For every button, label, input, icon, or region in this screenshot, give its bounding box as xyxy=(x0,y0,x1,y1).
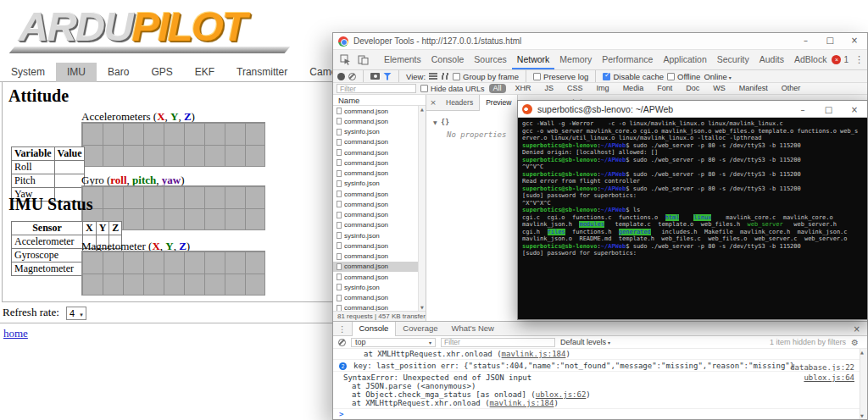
devtools-tab[interactable]: Elements xyxy=(379,50,426,69)
devtools-tab[interactable]: AdBlock xyxy=(789,50,832,69)
close-button[interactable]: × xyxy=(843,33,865,48)
preview-root-node[interactable]: ▼{} xyxy=(433,118,449,126)
network-request-row[interactable]: command.json xyxy=(333,240,418,251)
offline-option[interactable]: Offline xyxy=(667,72,700,81)
request-type-chip[interactable]: JS xyxy=(541,84,559,93)
source-link[interactable]: mavlink.js:184 xyxy=(502,350,566,358)
devtools-titlebar[interactable]: Developer Tools - http://127.0.0.1/statu… xyxy=(333,33,867,50)
devtools-tab[interactable]: Audits xyxy=(754,50,789,69)
error-badge-icon[interactable]: × xyxy=(832,55,841,64)
page-tab[interactable]: Transmitter xyxy=(225,63,298,82)
name-column-header[interactable]: Name xyxy=(333,95,426,106)
scroll-up-icon[interactable]: ▲ xyxy=(419,107,426,112)
preserve-log-option[interactable]: Preserve log xyxy=(533,72,588,81)
drawer-menu-icon[interactable]: ⋮ xyxy=(333,324,352,334)
network-request-row[interactable]: command.json xyxy=(333,169,418,179)
offline-checkbox[interactable] xyxy=(667,73,675,80)
page-tab[interactable]: GPS xyxy=(140,63,183,82)
network-request-row[interactable]: command.json xyxy=(333,199,418,209)
network-request-row[interactable]: command.json xyxy=(333,116,418,126)
console-context-select[interactable]: top▾ xyxy=(351,338,436,347)
source-link[interactable]: ublox.js:62 xyxy=(536,390,587,399)
record-network-log-icon[interactable] xyxy=(337,73,345,80)
page-tab[interactable]: EKF xyxy=(184,63,225,82)
drawer-tab[interactable]: Coverage xyxy=(396,322,444,336)
scroll-down-icon[interactable]: ▼ xyxy=(860,413,867,418)
close-drawer-icon[interactable]: × xyxy=(847,324,867,334)
detail-tab[interactable]: Headers xyxy=(440,95,479,111)
page-tab[interactable]: System xyxy=(0,63,56,82)
request-type-chip[interactable]: Media xyxy=(619,84,648,93)
terminal-titlebar[interactable]: superbotics@sb-lenovo: ~/APWeb – □ × xyxy=(518,101,867,118)
filter-icon[interactable] xyxy=(383,73,392,80)
network-request-row[interactable]: sysinfo.json xyxy=(333,230,418,240)
console-filter-input[interactable] xyxy=(441,338,555,347)
maximize-button[interactable]: □ xyxy=(818,102,840,118)
network-request-row[interactable]: command.json xyxy=(333,106,418,116)
show-overview-icon[interactable] xyxy=(441,73,449,80)
clear-network-log-icon[interactable] xyxy=(348,73,356,80)
network-request-row[interactable]: command.json xyxy=(333,303,418,311)
scroll-up-icon[interactable]: ▲ xyxy=(860,350,867,355)
source-link[interactable]: mavlink.js:184 xyxy=(490,399,554,407)
devtools-tab[interactable]: Application xyxy=(658,50,711,69)
maximize-button[interactable]: □ xyxy=(819,33,841,48)
devtools-tab[interactable]: Console xyxy=(426,50,470,69)
refresh-rate-select[interactable]: 4▾ xyxy=(66,307,86,320)
group-by-frame-option[interactable]: Group by frame xyxy=(453,72,519,81)
devtools-tab[interactable]: Sources xyxy=(469,50,512,69)
network-request-row[interactable]: sysinfo.json xyxy=(333,127,418,137)
page-tab[interactable]: IMU xyxy=(56,63,97,82)
request-type-chip[interactable]: Font xyxy=(653,84,676,93)
network-request-row[interactable]: command.json xyxy=(333,262,418,272)
network-request-row[interactable]: command.json xyxy=(333,158,418,168)
source-link[interactable]: ublox.js:64 xyxy=(804,373,854,382)
network-request-row[interactable]: command.json xyxy=(333,293,418,303)
device-toolbar-icon[interactable] xyxy=(358,54,369,65)
network-request-row[interactable]: sysinfo.json xyxy=(333,179,418,189)
inspect-element-icon[interactable] xyxy=(340,54,351,65)
disable-cache-option[interactable]: Disable cache xyxy=(603,72,664,81)
network-request-row[interactable]: command.json xyxy=(333,147,418,158)
devtools-tab[interactable]: Memory xyxy=(554,50,597,69)
network-request-row[interactable]: command.json xyxy=(333,220,418,230)
capture-screenshots-icon[interactable] xyxy=(370,73,380,80)
devtools-tab[interactable]: Security xyxy=(712,50,754,69)
network-request-row[interactable]: command.json xyxy=(333,189,418,199)
devtools-tab[interactable]: Network xyxy=(512,50,555,69)
drawer-tab[interactable]: Console xyxy=(352,322,397,336)
hide-data-urls-option[interactable]: Hide data URLs xyxy=(420,85,485,93)
network-request-row[interactable]: command.json xyxy=(333,137,418,147)
request-type-chip[interactable]: Img xyxy=(593,84,614,93)
request-list-scrollbar[interactable]: ▲ ▼ xyxy=(418,106,426,311)
network-request-row[interactable]: sysinfo.json xyxy=(333,282,418,292)
source-link[interactable]: database.js:22 xyxy=(790,362,854,372)
minimize-button[interactable]: – xyxy=(794,33,816,48)
request-type-chip[interactable]: XHR xyxy=(511,84,536,93)
close-button[interactable]: × xyxy=(843,102,865,118)
request-type-chip[interactable]: All xyxy=(489,84,506,93)
terminal-body[interactable]: gcc -Wall -g -Werror -c -o linux/mavlink… xyxy=(518,118,867,319)
request-type-chip[interactable]: Doc xyxy=(682,84,704,93)
network-request-row[interactable]: command.json xyxy=(333,210,418,220)
scroll-down-icon[interactable]: ▼ xyxy=(419,305,426,310)
preserve-log-checkbox[interactable] xyxy=(533,73,541,80)
detail-tab[interactable]: Preview xyxy=(479,95,518,111)
console-settings-gear-icon[interactable]: ⚙ xyxy=(851,338,862,347)
use-large-rows-icon[interactable] xyxy=(429,73,437,80)
network-request-row[interactable]: command.json xyxy=(333,251,418,262)
console-levels-select[interactable]: Default levels▾ xyxy=(560,338,610,346)
request-type-chip[interactable]: CSS xyxy=(563,84,587,93)
request-type-chip[interactable]: Other xyxy=(777,84,805,93)
minimize-button[interactable]: – xyxy=(792,102,814,118)
console-prompt[interactable]: > xyxy=(333,409,860,420)
request-type-chip[interactable]: Manifest xyxy=(735,84,772,93)
network-request-row[interactable]: command.json xyxy=(333,272,418,282)
clear-console-icon[interactable] xyxy=(338,339,346,346)
request-type-chip[interactable]: WS xyxy=(709,84,730,93)
home-link[interactable]: home xyxy=(3,327,28,340)
drawer-tab[interactable]: What's New xyxy=(445,322,501,336)
hide-data-urls-checkbox[interactable] xyxy=(420,85,428,92)
network-filter-input[interactable] xyxy=(337,84,416,93)
disable-cache-checkbox[interactable] xyxy=(603,73,610,80)
